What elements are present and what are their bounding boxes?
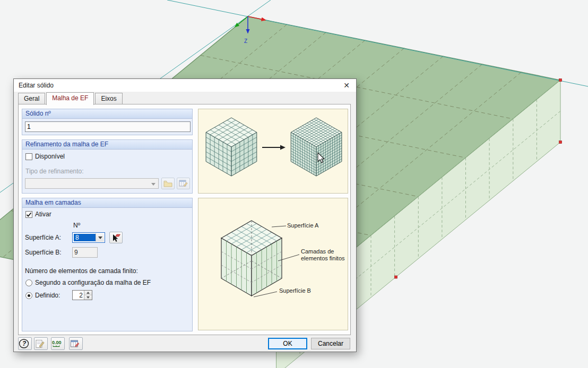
node-marker[interactable] [395, 276, 397, 278]
decimal-places-icon: 0.00 [51, 339, 63, 349]
defined-count-spinner[interactable]: 2 [72, 290, 92, 300]
available-checkbox-label: Disponível [35, 153, 65, 160]
decimal-places-button[interactable]: 0.00 [51, 337, 65, 350]
mesh-refinement-illustration [198, 109, 348, 194]
mesh-refinement-figure [198, 109, 348, 193]
group-layered-mesh: Malha em camadas Ativar Nº Superfície A:… [22, 198, 193, 331]
group-layered-mesh-header: Malha em camadas [22, 198, 192, 208]
surface-a-value: 8 [74, 234, 96, 241]
tab-geral[interactable]: Geral [18, 93, 45, 104]
close-button[interactable]: ✕ [337, 81, 356, 90]
spinner-down-button[interactable] [84, 295, 92, 300]
edit-note-icon [34, 339, 45, 349]
new-refinement-button [161, 178, 175, 189]
spinner-buttons [84, 291, 92, 300]
edit-refinement-button [177, 178, 190, 189]
pick-surface-button[interactable] [109, 232, 123, 243]
layered-mesh-figure [198, 198, 348, 330]
surface-a-dropdown-button[interactable] [96, 233, 104, 242]
mesh-config-radio[interactable] [25, 279, 32, 286]
triangle-down-icon [87, 296, 90, 300]
check-icon [26, 212, 32, 217]
surface-a-select[interactable]: 8 [72, 232, 105, 243]
tab-malha-de-ef[interactable]: Malha de EF [46, 92, 94, 105]
surface-b-label: Superfície B: [25, 249, 62, 256]
svg-text:?: ? [22, 340, 27, 347]
spinner-up-button[interactable] [84, 291, 92, 295]
number-column-label: Nº [73, 222, 80, 229]
units-button[interactable] [69, 337, 83, 350]
triangle-up-icon [87, 290, 90, 294]
activate-checkbox-row[interactable]: Ativar [25, 211, 51, 218]
surface-b-input [72, 247, 98, 258]
elements-count-label: Número de elementos de camada finito: [25, 267, 138, 275]
help-button[interactable]: ? [18, 337, 32, 350]
available-checkbox-row[interactable]: Disponível [25, 153, 65, 160]
available-checkbox[interactable] [25, 153, 32, 160]
comment-button[interactable] [34, 337, 48, 350]
pick-cursor-icon [111, 233, 121, 242]
node-marker[interactable] [559, 141, 562, 144]
node-marker[interactable] [559, 79, 562, 82]
chevron-down-icon [98, 236, 102, 241]
z-axis-label: Z [244, 38, 247, 44]
layers-annotation-line2: elementos finitos [301, 255, 345, 261]
refinement-type-select [25, 178, 159, 189]
layered-mesh-illustration: Superfície A Camadas de elementos finito… [198, 198, 348, 330]
surface-b-annotation: Superfície B [279, 287, 311, 294]
activate-checkbox[interactable] [25, 211, 32, 218]
refinement-type-label: Tipo de refinamento: [25, 168, 84, 175]
edit-solid-dialog: Editar sólido ✕ Geral Malha de EF Eixos … [13, 78, 357, 352]
solid-number-input[interactable] [25, 121, 191, 132]
edit-table-icon [178, 179, 188, 188]
group-solid-number: Sólido nº [22, 109, 193, 135]
chevron-down-icon [151, 183, 155, 188]
cancel-button[interactable]: Cancelar [311, 338, 350, 349]
group-mesh-refinement-header: Refinamento da malha de EF [22, 140, 192, 150]
mesh-config-radio-label: Segundo a configuração da malha de EF [35, 279, 151, 286]
help-icon: ? [19, 338, 29, 349]
dialog-titlebar[interactable]: Editar sólido ✕ [14, 79, 356, 92]
svg-text:0.00: 0.00 [52, 340, 62, 345]
mesh-config-option-row[interactable]: Segundo a configuração da malha de EF [25, 279, 151, 286]
defined-radio[interactable] [25, 292, 32, 299]
tab-eixos[interactable]: Eixos [95, 93, 122, 104]
ok-button[interactable]: OK [268, 338, 307, 349]
group-solid-number-header: Sólido nº [22, 109, 192, 119]
layers-annotation-line1: Camadas de [301, 248, 334, 255]
group-mesh-refinement: Refinamento da malha de EF Disponível Ti… [22, 139, 193, 194]
units-table-icon [70, 339, 80, 349]
surface-a-annotation: Superfície A [287, 222, 318, 229]
surface-a-label: Superfície A: [25, 234, 61, 241]
defined-radio-label: Definido: [35, 292, 60, 299]
activate-checkbox-label: Ativar [35, 211, 51, 218]
new-folder-icon [163, 179, 173, 188]
defined-count-value: 2 [79, 292, 83, 299]
tab-strip: Geral Malha de EF Eixos [18, 93, 124, 104]
defined-option-row[interactable]: Definido: [25, 292, 60, 299]
tab-panel: Sólido nº Refinamento da malha de EF Dis… [18, 104, 351, 335]
dialog-title: Editar sólido [14, 82, 54, 89]
